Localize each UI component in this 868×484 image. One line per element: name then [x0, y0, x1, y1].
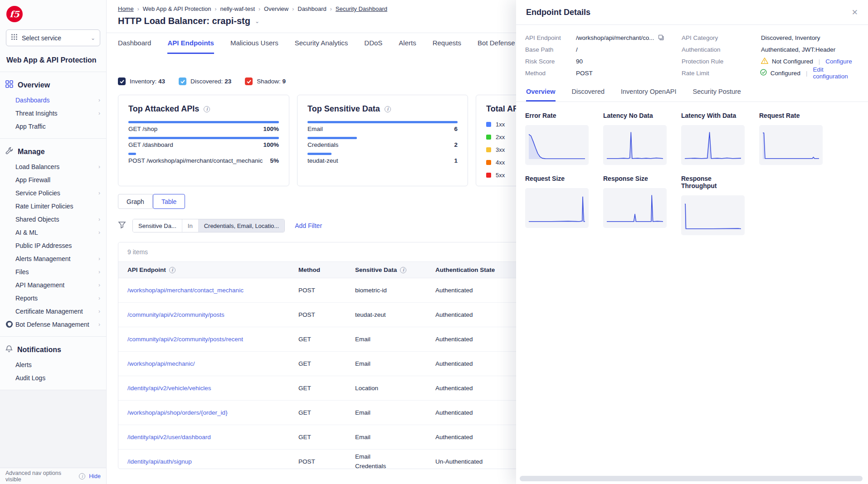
sidebar-item-files[interactable]: Files › — [0, 265, 106, 278]
filter-value[interactable]: Credentials, Email, Locatio... — [199, 219, 284, 232]
section-overview[interactable]: Overview — [0, 78, 106, 93]
info-icon[interactable]: i — [204, 106, 210, 112]
tab-bot-defense[interactable]: Bot Defense — [478, 33, 515, 54]
table-row[interactable]: /community/api/v2/community/posts/recent… — [118, 327, 571, 352]
bar — [307, 137, 357, 139]
info-icon[interactable]: i — [400, 267, 406, 273]
panel-tab-discovered[interactable]: Discovered — [572, 83, 605, 102]
attacked-api-row: GET /shop100% — [128, 121, 279, 132]
tab-requests[interactable]: Requests — [433, 33, 461, 54]
sidebar-item-service-policies[interactable]: Service Policies › — [0, 186, 106, 199]
sidebar-item-shared-objects[interactable]: Shared Objects › — [0, 213, 106, 226]
endpoint-link[interactable]: /identity/api/auth/signup — [127, 458, 192, 465]
table-row[interactable]: /workshop/api/shop/orders/{order_id} GET… — [118, 401, 571, 425]
close-icon[interactable]: ✕ — [852, 8, 858, 17]
configure-link[interactable]: Configure — [825, 58, 852, 65]
panel-tab-inventory-openapi[interactable]: Inventory OpenAPI — [621, 83, 677, 102]
breadcrumb-namespace[interactable]: nelly-waf-test — [220, 5, 255, 12]
sidebar-item-load-balancers[interactable]: Load Balancers › — [0, 160, 106, 173]
discovered-checkbox[interactable] — [179, 77, 186, 85]
table-row[interactable]: /identity/api/auth/signup POST EmailCred… — [118, 450, 571, 469]
filter-operator[interactable]: In — [182, 219, 199, 232]
panel-tab-security-posture[interactable]: Security Posture — [693, 83, 741, 102]
sidebar-item-dashboards[interactable]: Dashboards › — [0, 93, 106, 106]
chevron-right-icon: › — [98, 97, 100, 103]
endpoint-link[interactable]: /community/api/v2/community/posts/recent — [127, 336, 243, 343]
inventory-checkbox[interactable] — [118, 77, 126, 85]
table-row[interactable]: /workshop/api/mechanic/ GET Email Authen… — [118, 352, 571, 376]
copy-icon[interactable] — [658, 34, 664, 41]
sidebar-item-bot-defense-management[interactable]: Bot Defense Management › — [0, 318, 106, 331]
table-header-row: API Endpointi Method Sensitive Datai Aut… — [118, 262, 571, 278]
title-dropdown-chevron-icon[interactable]: ⌄ — [255, 18, 259, 24]
breadcrumb-security-dashboard[interactable]: Security Dashboard — [336, 5, 387, 12]
info-icon[interactable]: i — [169, 267, 176, 273]
endpoint-link[interactable]: /community/api/v2/community/posts — [127, 311, 224, 318]
filter-field[interactable]: Sensitive Da... — [133, 219, 182, 232]
endpoint-link[interactable]: /workshop/api/merchant/contact_mechanic — [127, 287, 244, 294]
sidebar-item-certificate-management[interactable]: Certificate Management › — [0, 305, 106, 318]
horizontal-scrollbar[interactable] — [520, 476, 863, 481]
detail-risk-score: Risk Score 90 — [525, 57, 682, 66]
panel-tab-overview[interactable]: Overview — [526, 83, 556, 102]
sidebar-item-threat-insights[interactable]: Threat Insights › — [0, 106, 106, 120]
separator: | — [806, 70, 808, 77]
sidebar-item-api-management[interactable]: API Management › — [0, 278, 106, 291]
table-row[interactable]: /identity/api/v2/user/dashboard GET Emai… — [118, 425, 571, 450]
table-row[interactable]: /community/api/v2/community/posts POST t… — [118, 303, 571, 327]
graph-view-button[interactable]: Graph — [118, 194, 153, 209]
endpoint-link[interactable]: /identity/api/v2/user/dashboard — [127, 434, 211, 440]
hide-link[interactable]: Hide — [89, 473, 101, 479]
endpoint-link[interactable]: /workshop/api/shop/orders/{order_id} — [127, 409, 228, 416]
adv-nav-label: Advanced nav options visible — [5, 470, 75, 483]
bar — [128, 137, 279, 139]
breadcrumb-waap[interactable]: Web App & API Protection — [143, 5, 211, 12]
sidebar-item-app-traffic[interactable]: App Traffic — [0, 120, 106, 133]
breadcrumb-home[interactable]: Home — [118, 5, 134, 12]
sidebar-item-alerts-management[interactable]: Alerts Management › — [0, 252, 106, 265]
tab-dashboard[interactable]: Dashboard — [118, 33, 151, 54]
separator: | — [819, 58, 820, 65]
section-manage[interactable]: Manage — [0, 145, 106, 160]
tab-malicious-users[interactable]: Malicious Users — [230, 33, 278, 54]
endpoint-detail-grid: API Endpoint /workshop/api/merchant/co..… — [516, 25, 868, 80]
add-filter-button[interactable]: Add Filter — [295, 222, 322, 229]
chart-latency-no-data: Latency No Data — [603, 112, 667, 165]
breadcrumb-overview[interactable]: Overview — [264, 5, 288, 12]
table-row[interactable]: /identity/api/v2/vehicle/vehicles GET Lo… — [118, 376, 571, 401]
bar-value: 1 — [454, 157, 458, 164]
sidebar-item-audit-logs[interactable]: Audit Logs — [0, 371, 106, 384]
tab-ddos[interactable]: DDoS — [364, 33, 382, 54]
sensitive-cell: EmailCredentials — [355, 450, 435, 469]
method-cell: POST — [298, 303, 355, 327]
sidebar-item-alerts[interactable]: Alerts — [0, 358, 106, 371]
endpoint-link[interactable]: /identity/api/v2/vehicle/vehicles — [127, 385, 211, 392]
bar-value: 100% — [263, 126, 279, 132]
tab-security-analytics[interactable]: Security Analytics — [295, 33, 348, 54]
tab-alerts[interactable]: Alerts — [399, 33, 416, 54]
sidebar-item-app-firewall[interactable]: App Firewall — [0, 173, 106, 186]
tab-api-endpoints[interactable]: API Endpoints — [167, 33, 214, 54]
edit-configuration-link[interactable]: Edit configuration — [813, 66, 859, 80]
table-row[interactable]: /workshop/api/merchant/contact_mechanic … — [118, 278, 571, 303]
service-selector[interactable]: Select service ⌄ — [6, 29, 100, 46]
label-count: 43 — [158, 78, 165, 85]
table-view-button[interactable]: Table — [153, 194, 185, 209]
sidebar-item-ai-ml[interactable]: AI & ML › — [0, 226, 106, 239]
info-icon[interactable]: i — [385, 106, 391, 112]
info-icon[interactable]: i — [79, 473, 85, 479]
f5-logo[interactable]: f5 — [6, 6, 23, 22]
sparkline — [685, 201, 741, 229]
active-filter: Sensitive Da... In Credentials, Email, L… — [132, 219, 285, 232]
nav-section-notifications: Notifications Alerts Audit Logs — [0, 337, 106, 390]
legend-swatch — [486, 122, 491, 127]
sidebar-item-reports[interactable]: Reports › — [0, 291, 106, 305]
app-root: f5 Select service ⌄ Web App & API Protec… — [0, 0, 868, 484]
sidebar-item-public-ip-addresses[interactable]: Public IP Addresses — [0, 239, 106, 252]
breadcrumb-dashboard[interactable]: Dashboard — [297, 5, 327, 12]
sidebar-item-rate-limiter-policies[interactable]: Rate Limiter Policies — [0, 199, 106, 213]
shadow-checkbox[interactable] — [245, 77, 253, 85]
sparkline — [607, 194, 663, 222]
section-notifications[interactable]: Notifications — [0, 343, 106, 358]
endpoint-link[interactable]: /workshop/api/mechanic/ — [127, 360, 195, 367]
